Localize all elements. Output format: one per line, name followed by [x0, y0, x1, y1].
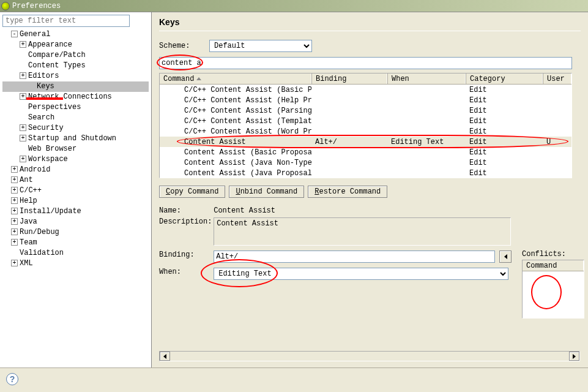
expand-icon[interactable]: +: [11, 228, 18, 235]
table-row[interactable]: C/C++ Content Assist (Template PrEdit: [160, 116, 571, 126]
expand-icon[interactable]: +: [11, 197, 18, 204]
expand-icon[interactable]: +: [20, 93, 26, 100]
tree-item[interactable]: +Appearance: [2, 40, 149, 50]
tree-item-label: Content Types: [28, 61, 86, 70]
tree-item[interactable]: +Startup and Shutdown: [2, 134, 149, 144]
conflicts-col-command[interactable]: Command: [523, 260, 584, 271]
conflicts-panel: Conflicts: Command: [522, 250, 588, 318]
table-row[interactable]: Content Assist (Java Non-Type ProEdit: [160, 157, 571, 168]
col-category[interactable]: Category: [466, 74, 543, 84]
col-when[interactable]: When: [387, 74, 466, 84]
cell: Content Assist (Java Non-Type Pro: [160, 159, 311, 167]
tree-item[interactable]: +Network Connections: [2, 92, 149, 102]
scheme-select[interactable]: Default: [209, 40, 312, 52]
col-user[interactable]: User: [543, 74, 571, 84]
cell: Content Assist (Basic Proposals): [160, 148, 311, 157]
description-label: Description:: [159, 217, 209, 226]
table-row[interactable]: C/C++ Content Assist (Help ProposEdit: [160, 95, 571, 105]
tree-item-label: Team: [20, 238, 37, 247]
expand-icon[interactable]: +: [20, 72, 26, 79]
description-value: Content Assist: [214, 217, 511, 246]
scroll-right-button[interactable]: [569, 352, 579, 361]
cell: Edit: [466, 107, 543, 115]
cell: Edit: [466, 86, 543, 94]
expand-icon[interactable]: +: [20, 41, 26, 48]
table-header: Command Binding When Category User: [160, 74, 571, 85]
tree-item-label: Android: [20, 165, 50, 174]
expand-icon[interactable]: +: [11, 208, 18, 214]
tree-spacer: [28, 83, 35, 89]
expand-icon[interactable]: +: [11, 260, 18, 266]
tree-item-label: Install/Update: [20, 207, 81, 216]
conflicts-table[interactable]: Command: [522, 260, 584, 318]
when-select[interactable]: Editing Text: [214, 268, 508, 280]
tree-item[interactable]: +XML: [2, 258, 149, 269]
expand-icon[interactable]: +: [20, 124, 26, 131]
tree-item[interactable]: +Android: [2, 165, 149, 175]
cell: Content Assist (Java Proposals): [160, 169, 311, 178]
cell: C/C++ Content Assist (Parsing-bas: [160, 107, 311, 115]
horizontal-scrollbar[interactable]: [159, 351, 580, 361]
keys-search-input[interactable]: [159, 57, 572, 69]
preferences-tree[interactable]: -General+AppearanceCompare/PatchContent …: [2, 29, 149, 269]
filter-input[interactable]: [2, 15, 130, 27]
collapse-icon[interactable]: -: [11, 31, 18, 37]
binding-prev-button[interactable]: [499, 251, 512, 263]
tree-item[interactable]: -General: [2, 29, 149, 40]
unbind-command-button[interactable]: Unbind Command: [229, 186, 304, 198]
col-binding[interactable]: Binding: [311, 74, 387, 84]
tree-item[interactable]: +Editors: [2, 71, 149, 81]
table-row[interactable]: Content AssistAlt+/Editing TextEditU: [160, 137, 571, 147]
table-row[interactable]: C/C++ Content Assist (Word ProposEdit: [160, 126, 571, 137]
col-command[interactable]: Command: [160, 74, 311, 84]
tree-item-label: Workspace: [28, 155, 68, 164]
table-row[interactable]: Content Assist (Basic Proposals)Edit: [160, 147, 571, 157]
table-row[interactable]: C/C++ Content Assist (Parsing-basEdit: [160, 105, 571, 116]
tree-item[interactable]: +Security: [2, 123, 149, 134]
tree-item-label: Web Browser: [28, 145, 76, 153]
triangle-left-icon: [504, 254, 507, 259]
tree-item[interactable]: Perspectives: [2, 102, 149, 113]
binding-input[interactable]: [214, 251, 495, 263]
copy-command-button[interactable]: Copy Command: [159, 186, 225, 198]
app-icon: [1, 2, 10, 10]
tree-item[interactable]: Web Browser: [2, 144, 149, 154]
tree-item-label: XML: [20, 259, 33, 268]
tree-item[interactable]: Keys: [2, 81, 149, 92]
tree-item[interactable]: +Run/Debug: [2, 227, 149, 238]
expand-icon[interactable]: +: [11, 218, 18, 225]
tree-item[interactable]: +C/C++: [2, 186, 149, 196]
tree-item[interactable]: Search: [2, 113, 149, 123]
restore-command-button[interactable]: Restore Command: [308, 186, 387, 198]
tree-item[interactable]: +Team: [2, 238, 149, 248]
when-label: When:: [159, 268, 209, 276]
tree-item[interactable]: +Help: [2, 196, 149, 206]
tree-spacer: [20, 114, 26, 121]
expand-icon[interactable]: +: [11, 166, 18, 173]
tree-item[interactable]: Compare/Patch: [2, 50, 149, 61]
tree-item[interactable]: +Workspace: [2, 154, 149, 165]
expand-icon[interactable]: +: [20, 135, 26, 141]
tree-spacer: [20, 51, 26, 58]
expand-icon[interactable]: +: [11, 176, 18, 183]
keys-table[interactable]: Command Binding When Category User C/C++…: [159, 73, 572, 178]
table-row[interactable]: C/C++ Content Assist (Basic PropoEdit: [160, 85, 571, 95]
help-button[interactable]: ?: [6, 373, 18, 385]
cell: Edit: [466, 148, 543, 157]
expand-icon[interactable]: +: [11, 239, 18, 246]
tree-item-label: Search: [28, 113, 54, 122]
expand-icon[interactable]: +: [20, 156, 26, 162]
sidebar: -General+AppearanceCompare/PatchContent …: [0, 12, 152, 368]
tree-item[interactable]: Validation: [2, 248, 149, 258]
tree-item[interactable]: Content Types: [2, 61, 149, 71]
conflicts-label: Conflicts:: [522, 250, 588, 260]
cell: U: [543, 138, 571, 146]
triangle-right-icon: [573, 354, 576, 359]
tree-item[interactable]: +Install/Update: [2, 206, 149, 217]
table-row[interactable]: Content Assist (Java Proposals)Edit: [160, 168, 571, 178]
scroll-left-button[interactable]: [160, 352, 170, 361]
tree-item[interactable]: +Java: [2, 217, 149, 227]
tree-item[interactable]: +Ant: [2, 175, 149, 186]
expand-icon[interactable]: +: [11, 187, 18, 194]
cell: Edit: [466, 169, 543, 178]
